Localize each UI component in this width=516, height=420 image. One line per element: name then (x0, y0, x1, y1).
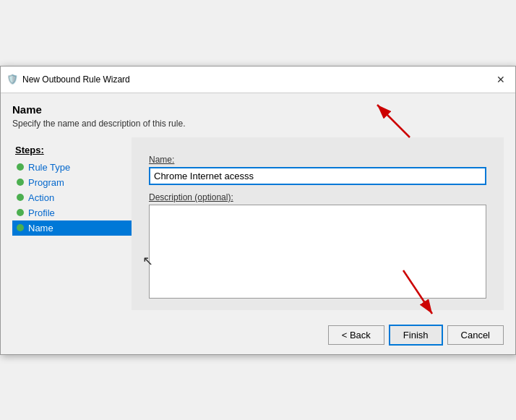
footer-wrapper: < Back Finish Cancel (1, 317, 515, 354)
finish-button[interactable]: Finish (389, 325, 443, 346)
step-dot-rule-type (17, 163, 24, 171)
title-bar-text: New Outbound Rule Wizard (22, 74, 488, 85)
name-field-group: Name: (149, 155, 486, 185)
step-profile[interactable]: Profile (12, 205, 132, 220)
step-label-profile: Profile (28, 207, 55, 218)
step-name[interactable]: Name (12, 220, 132, 236)
name-input[interactable] (149, 167, 486, 185)
page-title: Name (12, 103, 504, 116)
step-dot-program (17, 179, 24, 186)
dialog-window: 🛡️ New Outbound Rule Wizard ✕ Name Speci… (0, 66, 516, 355)
step-label-name: Name (28, 223, 53, 233)
name-label: Name: (149, 155, 486, 165)
back-button[interactable]: < Back (328, 325, 384, 345)
content-area: Steps: Rule Type Program Action Profile (12, 137, 504, 310)
wizard-icon: 🛡️ (7, 74, 18, 85)
steps-heading: Steps: (12, 145, 132, 160)
cancel-button[interactable]: Cancel (447, 325, 504, 345)
footer: < Back Finish Cancel (1, 317, 515, 354)
main-panel: Name: Description (optional): (132, 137, 504, 310)
dialog-body: Name Specify the name and description of… (1, 93, 515, 317)
step-label-action: Action (28, 192, 54, 203)
step-action[interactable]: Action (12, 190, 132, 205)
step-label-rule-type: Rule Type (28, 162, 70, 173)
step-dot-profile (17, 209, 24, 216)
step-dot-action (17, 194, 24, 201)
step-dot-name (17, 224, 24, 231)
step-label-program: Program (28, 177, 64, 188)
close-button[interactable]: ✕ (492, 71, 509, 88)
description-label: Description (optional): (149, 192, 486, 202)
step-program[interactable]: Program (12, 175, 132, 190)
page-subtitle: Specify the name and description of this… (12, 119, 504, 129)
steps-panel: Steps: Rule Type Program Action Profile (12, 137, 132, 310)
description-field-group: Description (optional): (149, 192, 486, 299)
description-textarea[interactable] (149, 205, 486, 299)
step-rule-type[interactable]: Rule Type (12, 160, 132, 175)
title-bar: 🛡️ New Outbound Rule Wizard ✕ (1, 67, 515, 93)
